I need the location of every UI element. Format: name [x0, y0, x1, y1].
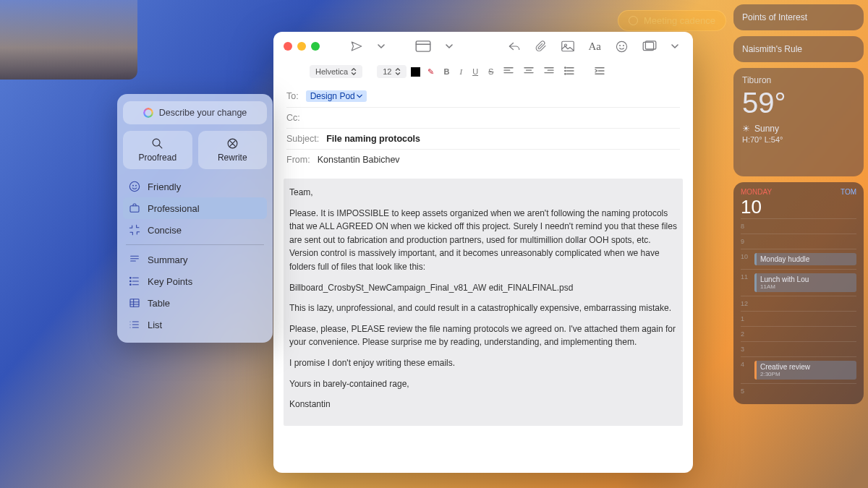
calendar-dow: MONDAY: [741, 188, 772, 196]
compress-icon: [129, 224, 140, 236]
text-color-swatch[interactable]: [411, 67, 420, 77]
svg-point-15: [136, 185, 137, 186]
weather-widget[interactable]: Tiburon 59° ☀︎ Sunny H:70° L:54°: [733, 68, 864, 176]
align-center-icon[interactable]: [521, 65, 537, 78]
tone-label: Friendly: [148, 181, 181, 192]
chevron-down-icon: [357, 93, 362, 99]
recipient-token[interactable]: Design Pod: [306, 90, 367, 102]
weather-location: Tiburon: [742, 75, 855, 85]
align-right-icon[interactable]: [541, 65, 557, 78]
from-value: Konstantin Babichev: [318, 155, 400, 165]
font-size-select[interactable]: 12: [377, 65, 406, 78]
format-table[interactable]: Table: [123, 292, 267, 314]
cc-row[interactable]: Cc:: [286, 108, 680, 129]
cc-label: Cc:: [286, 113, 300, 123]
tone-list: Friendly Professional Concise: [123, 176, 267, 241]
meeting-cadence-pill[interactable]: Meeting cadence: [618, 10, 726, 31]
body-p: Team,: [289, 186, 677, 200]
apple-intelligence-icon: [143, 108, 153, 118]
format-label: Summary: [148, 254, 188, 265]
reply-icon[interactable]: [503, 38, 525, 55]
tone-professional[interactable]: Professional: [123, 197, 267, 219]
font-family-value: Helvetica: [315, 67, 348, 76]
svg-rect-0: [416, 41, 430, 51]
format-list: Summary Key Points Table List: [123, 249, 267, 335]
cal-event[interactable]: Lunch with Lou 11AM: [754, 273, 856, 292]
tone-concise[interactable]: Concise: [123, 219, 267, 241]
proofread-button[interactable]: Proofread: [123, 131, 192, 169]
photo-button[interactable]: [557, 38, 579, 55]
mail-body[interactable]: Team, Please. It is IMPOSSIBLE to keep a…: [284, 179, 683, 426]
cal-event[interactable]: Creative review 2:30PM: [754, 361, 856, 380]
cal-event-title: Lunch with Lou: [760, 275, 853, 283]
svg-point-19: [130, 284, 132, 286]
writing-tools-panel: Describe your change Proofread Rewrite F…: [117, 94, 273, 343]
body-p: Please. It is IMPOSSIBLE to keep assets …: [289, 207, 677, 274]
desktop-photo-widget: [0, 0, 137, 80]
strike-button[interactable]: S: [485, 66, 496, 77]
align-left-icon[interactable]: [501, 65, 516, 78]
subject-label: Subject:: [286, 134, 319, 144]
mail-compose-window: Aa Helvetica 12 ✎ B I U S To:: [273, 32, 693, 473]
tone-friendly[interactable]: Friendly: [123, 176, 267, 197]
attach-button[interactable]: [531, 37, 551, 56]
body-p: Yours in barely-contained rage,: [289, 377, 677, 391]
proofread-label: Proofread: [138, 153, 176, 163]
describe-change-button[interactable]: Describe your change: [123, 101, 267, 124]
format-summary[interactable]: Summary: [123, 249, 267, 270]
font-family-select[interactable]: Helvetica: [310, 65, 362, 78]
mail-headers: To: Design Pod Cc: Subject: File naming …: [273, 82, 693, 174]
bold-button[interactable]: B: [441, 66, 453, 77]
header-menu[interactable]: [441, 40, 457, 53]
svg-point-9: [565, 70, 566, 71]
svg-point-10: [565, 74, 566, 74]
to-row[interactable]: To: Design Pod: [286, 85, 680, 108]
send-button[interactable]: [346, 37, 367, 56]
rewrite-button[interactable]: Rewrite: [198, 131, 268, 169]
titlebar: Aa: [273, 32, 693, 61]
media-browser-button[interactable]: [638, 38, 661, 55]
underline-button[interactable]: U: [469, 66, 481, 77]
subject-row[interactable]: Subject: File naming protocols: [286, 129, 680, 150]
svg-point-17: [130, 278, 132, 279]
italic-button[interactable]: I: [456, 66, 465, 77]
svg-point-5: [624, 45, 624, 46]
clear-format-icon[interactable]: ✎: [425, 66, 437, 78]
subject-value: File naming protocols: [326, 134, 420, 144]
indent-right-icon[interactable]: [592, 65, 608, 78]
cal-event-title: Creative review: [760, 363, 853, 371]
emoji-button[interactable]: [611, 38, 632, 56]
describe-label: Describe your change: [159, 108, 247, 118]
cal-event[interactable]: Monday huddle: [754, 253, 856, 265]
media-menu[interactable]: [667, 40, 683, 53]
body-p: Billboard_CrosbySt_NewCampaign_Final_v81…: [289, 281, 677, 295]
send-menu[interactable]: [373, 40, 389, 53]
rewrite-label: Rewrite: [218, 153, 247, 163]
font-stepper-icon[interactable]: [367, 68, 373, 75]
body-p: This is lazy, unprofessional, and could …: [289, 301, 677, 315]
smile-icon: [129, 181, 140, 192]
calendar-widget[interactable]: MONDAY TOM 10 8 9 10 Monday huddle 11 Lu…: [733, 182, 864, 404]
minimize-button[interactable]: [297, 42, 306, 51]
poi-label: Points of Interest: [742, 12, 807, 22]
format-label: List: [148, 320, 162, 330]
close-button[interactable]: [284, 42, 292, 51]
from-row[interactable]: From: Konstantin Babichev: [286, 150, 680, 170]
format-keypoints[interactable]: Key Points: [123, 270, 267, 292]
cal-event-sub: 2:30PM: [760, 371, 853, 377]
weather-condition: ☀︎ Sunny: [742, 124, 855, 134]
list-button[interactable]: [561, 65, 577, 78]
poi-widget[interactable]: Points of Interest: [733, 4, 864, 30]
weather-range: H:70° L:54°: [742, 135, 855, 144]
list-menu[interactable]: [582, 69, 587, 74]
format-list-item[interactable]: List: [123, 314, 267, 335]
table-icon: [129, 297, 140, 309]
naismith-widget[interactable]: Naismith's Rule: [733, 36, 864, 62]
format-label: Key Points: [148, 276, 192, 287]
format-toolbar: Helvetica 12 ✎ B I U S: [273, 61, 693, 82]
zoom-button[interactable]: [311, 42, 320, 51]
meeting-pill-label: Meeting cadence: [644, 15, 715, 26]
format-button[interactable]: Aa: [584, 38, 606, 56]
indent-menu[interactable]: [612, 69, 618, 74]
header-fields-button[interactable]: [411, 38, 435, 55]
